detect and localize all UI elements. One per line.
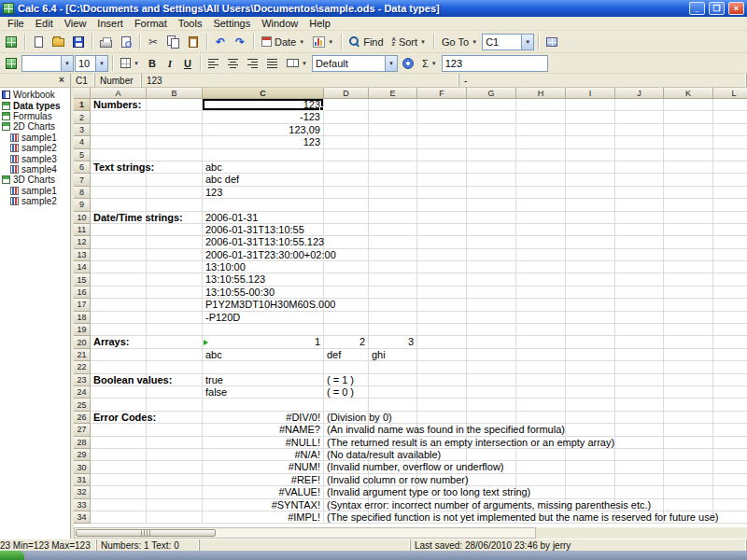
cell-J25[interactable] (615, 399, 664, 411)
cell-B6[interactable] (147, 161, 203, 174)
cell-B28[interactable] (147, 437, 203, 449)
cell-A26[interactable]: Error Codes: (91, 412, 147, 424)
cell-I11[interactable] (566, 224, 615, 236)
cell-L34[interactable] (713, 511, 747, 524)
cell-I7[interactable] (566, 174, 615, 186)
cell-F16[interactable] (417, 287, 467, 299)
cell-C31[interactable]: #REF! (203, 474, 324, 486)
cell-F17[interactable] (417, 299, 467, 311)
cell-B1[interactable] (147, 99, 203, 111)
cell-G29[interactable] (467, 449, 516, 461)
cell-C19[interactable] (203, 324, 324, 336)
cell-A28[interactable] (91, 437, 147, 449)
cell-A3[interactable] (91, 124, 147, 136)
align-justify-button[interactable] (263, 55, 282, 72)
cell-B13[interactable] (147, 249, 203, 261)
cell-J19[interactable] (615, 324, 664, 336)
cell-D4[interactable] (324, 136, 369, 148)
cell-D12[interactable] (324, 236, 369, 248)
cell-I22[interactable] (566, 361, 615, 373)
cell-E1[interactable] (369, 99, 417, 111)
cell-J30[interactable] (615, 461, 664, 473)
cell-I12[interactable] (566, 236, 615, 248)
cell-K11[interactable] (664, 224, 713, 236)
cell-A16[interactable] (91, 287, 147, 299)
style-combo[interactable]: Default ▼ (312, 55, 398, 72)
cell-K3[interactable] (664, 124, 713, 136)
combo-arrow[interactable]: ▼ (61, 56, 73, 71)
sheet-item-sample2[interactable]: sample2 (0, 196, 70, 206)
start-button[interactable] (0, 551, 24, 560)
row-header-8[interactable]: 8 (74, 187, 91, 199)
row-header-13[interactable]: 13 (74, 249, 91, 261)
cell-D14[interactable] (324, 261, 369, 273)
cell-F21[interactable] (417, 349, 467, 361)
cell-J29[interactable] (615, 449, 664, 461)
cell-L9[interactable] (713, 199, 747, 211)
row-header-30[interactable]: 30 (74, 461, 91, 473)
cell-A10[interactable]: Date/Time strings: (91, 212, 147, 224)
combo-arrow[interactable]: ▼ (95, 56, 107, 71)
cell-I15[interactable] (566, 273, 615, 286)
row-header-10[interactable]: 10 (74, 212, 91, 224)
cell-D25[interactable] (324, 399, 369, 411)
cell-B20[interactable] (147, 336, 203, 348)
cell-C13[interactable]: 2006-01-31T23:30:00+02:00 (203, 249, 324, 261)
redo-button[interactable]: ↷ (231, 33, 249, 51)
cell-L7[interactable] (713, 174, 747, 186)
row-header-4[interactable]: 4 (74, 136, 91, 148)
cell-H24[interactable] (516, 386, 566, 399)
goto-button[interactable]: Go To ▼ (438, 33, 481, 51)
cell-E23[interactable] (369, 374, 417, 386)
cell-L16[interactable] (713, 287, 747, 299)
cell-J22[interactable] (615, 361, 664, 373)
cell-E11[interactable] (369, 224, 417, 236)
cell-D20[interactable]: 2 (324, 336, 369, 348)
row-header-24[interactable]: 24 (74, 386, 91, 399)
cell-H12[interactable] (516, 236, 566, 248)
paste-button[interactable] (184, 33, 203, 51)
cell-A29[interactable] (91, 449, 147, 461)
cell-H1[interactable] (516, 99, 566, 111)
cell-L3[interactable] (713, 124, 747, 136)
cell-F26[interactable] (417, 412, 467, 424)
cell-L29[interactable] (713, 449, 747, 461)
cell-D15[interactable] (324, 273, 369, 286)
cell-L2[interactable] (713, 111, 747, 123)
cell-C16[interactable]: 13:10:55-00:30 (203, 287, 324, 299)
cell-H26[interactable] (516, 412, 566, 424)
cell-C14[interactable]: 13:10:00 (203, 261, 324, 273)
cell-L24[interactable] (713, 386, 747, 399)
cell-I13[interactable] (566, 249, 615, 261)
cell-H5[interactable] (516, 149, 566, 161)
cell-G13[interactable] (467, 249, 516, 261)
cell-D27[interactable]: (An invalid name was found in the specif… (324, 424, 369, 436)
cell-I4[interactable] (566, 136, 615, 148)
cell-L17[interactable] (713, 299, 747, 311)
undo-button[interactable]: ↶ (211, 33, 230, 51)
cell-J16[interactable] (615, 287, 664, 299)
cell-K30[interactable] (664, 461, 713, 473)
cell-D21[interactable]: def (324, 349, 369, 361)
cell-F5[interactable] (417, 149, 467, 161)
cell-D30[interactable]: (Invalid number, overflow or underflow) (324, 461, 369, 473)
cell-D3[interactable] (324, 124, 369, 136)
row-header-1[interactable]: 1 (74, 99, 91, 111)
cell-C25[interactable] (203, 399, 324, 411)
cell-G24[interactable] (467, 386, 516, 399)
cell-J20[interactable] (615, 336, 664, 348)
cell-I2[interactable] (566, 111, 615, 123)
cell-D33[interactable]: (Syntax error: incorrect number of argum… (324, 499, 369, 511)
row-header-21[interactable]: 21 (74, 349, 91, 361)
cell-H25[interactable] (516, 399, 566, 411)
cell-E20[interactable]: 3 (369, 336, 417, 348)
cell-A33[interactable] (91, 499, 147, 511)
cell-G11[interactable] (467, 224, 516, 236)
row-header-14[interactable]: 14 (74, 261, 91, 273)
row-header-19[interactable]: 19 (74, 324, 91, 336)
cell-B21[interactable] (147, 349, 203, 361)
cell-A32[interactable] (91, 486, 147, 498)
save-button[interactable] (69, 33, 88, 51)
cell-C22[interactable] (203, 361, 324, 373)
cell-I9[interactable] (566, 199, 615, 211)
